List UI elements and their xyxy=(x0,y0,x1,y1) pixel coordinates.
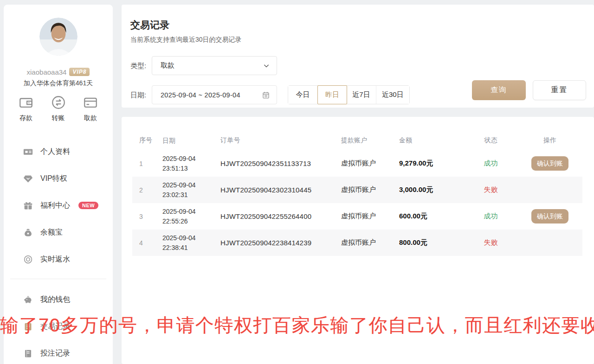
bank-card-icon xyxy=(83,95,98,110)
cell-amount: 9,279.00元 xyxy=(397,159,464,168)
cell-date-time: 23:51:13 xyxy=(162,164,218,173)
username: xiaobaoaa34 xyxy=(27,68,67,76)
type-select-value: 取款 xyxy=(161,61,263,70)
rebate-icon xyxy=(23,255,33,264)
table-row: 3 2025-09-04 22:55:26 HJWT20250904225526… xyxy=(132,203,582,230)
sidebar-item-yuebao[interactable]: 余额宝 xyxy=(4,219,113,246)
cell-amount: 800.00元 xyxy=(397,238,464,247)
confirm-arrival-button[interactable]: 确认到账 xyxy=(531,209,568,224)
deposit-button[interactable]: 存款 xyxy=(12,95,40,122)
wallet-icon xyxy=(18,95,34,110)
sidebar-item-transactions[interactable]: 交易记录 xyxy=(4,313,113,340)
avatar xyxy=(39,18,77,56)
range-30days-button[interactable]: 近30日 xyxy=(376,86,409,104)
sidebar-item-wallet[interactable]: 我的钱包 xyxy=(4,286,113,313)
cell-amount: 600.00元 xyxy=(397,212,464,221)
filter-card: 交易记录 当前系统支持查询最近30日的交易记录 类型: 取款 日期: 2025-… xyxy=(122,5,594,108)
sidebar-item-vip[interactable]: VIP特权 xyxy=(4,165,113,192)
quick-range-group: 今日 昨日 近7日 近30日 xyxy=(288,85,410,104)
cell-account: 虚拟币账户 xyxy=(339,159,397,168)
sidebar-item-label: 交易记录 xyxy=(40,322,70,332)
cell-account: 虚拟币账户 xyxy=(339,185,397,194)
col-header-date: 日期 xyxy=(160,136,218,145)
cell-date-day: 2025-09-04 xyxy=(162,207,218,216)
col-header-status: 状态 xyxy=(464,136,517,145)
table-row: 1 2025-09-04 23:51:13 HJWT20250904235113… xyxy=(132,150,582,177)
sidebar-item-label: 我的钱包 xyxy=(40,295,70,305)
join-days-text: 加入华体会体育第461天 xyxy=(4,79,113,88)
cell-index: 2 xyxy=(132,186,160,194)
col-header-amount: 金额 xyxy=(397,136,464,145)
chevron-down-icon xyxy=(263,62,270,70)
withdraw-button[interactable]: 取款 xyxy=(77,95,104,122)
col-header-account: 提款账户 xyxy=(339,136,397,145)
transactions-table: 序号 日期 订单号 提款账户 金额 状态 操作 1 2025-09-04 23:… xyxy=(132,131,582,256)
cell-date-day: 2025-09-04 xyxy=(162,233,218,243)
cell-date-time: 22:55:26 xyxy=(162,217,218,226)
range-today-button[interactable]: 今日 xyxy=(288,86,318,104)
vip-badge: VIP8 xyxy=(69,68,90,76)
date-range-value: 2025-09-04 ~ 2025-09-04 xyxy=(161,91,262,99)
id-card-icon xyxy=(23,147,33,157)
table-header-row: 序号 日期 订单号 提款账户 金额 状态 操作 xyxy=(132,131,582,150)
query-button[interactable]: 查询 xyxy=(472,80,526,100)
gem-icon xyxy=(23,174,33,184)
sidebar-item-label: 实时返水 xyxy=(40,255,70,264)
page-subtitle: 当前系统支持查询最近30日的交易记录 xyxy=(130,36,242,44)
sidebar-item-label: 福利中心 xyxy=(40,201,70,211)
betting-record-icon xyxy=(23,349,33,358)
sidebar-item-benefits[interactable]: 福利中心 NEW xyxy=(4,192,113,219)
piggy-bank-icon xyxy=(23,295,33,305)
cell-action: 确认到账 xyxy=(517,209,582,224)
range-yesterday-button[interactable]: 昨日 xyxy=(317,85,347,104)
status-text: 成功 xyxy=(484,159,498,167)
sidebar-menu-top: 个人资料 VIP特权 福利中心 NEW xyxy=(4,138,113,273)
date-range-input[interactable]: 2025-09-04 ~ 2025-09-04 xyxy=(152,85,277,104)
sidebar-item-betting-records[interactable]: 投注记录 xyxy=(4,340,113,364)
date-filter-label: 日期: xyxy=(130,91,146,100)
new-badge: NEW xyxy=(78,202,98,209)
cell-order-no: HJWT202509042302310445 xyxy=(218,186,339,194)
type-filter-label: 类型: xyxy=(130,62,146,70)
sidebar-item-rebate[interactable]: 实时返水 xyxy=(4,246,113,273)
transfer-button[interactable]: 转账 xyxy=(45,95,72,122)
range-7days-button[interactable]: 近7日 xyxy=(347,86,376,104)
transfer-label: 转账 xyxy=(52,114,65,122)
cell-date: 2025-09-04 22:38:41 xyxy=(160,233,218,252)
cell-index: 1 xyxy=(132,160,160,167)
quick-actions: 存款 转账 取款 xyxy=(12,95,104,122)
sidebar-divider xyxy=(10,279,106,279)
transfer-icon xyxy=(51,95,66,110)
cell-status: 失败 xyxy=(464,238,517,247)
reset-button[interactable]: 重置 xyxy=(533,80,586,100)
status-text: 成功 xyxy=(484,212,498,220)
sidebar-item-profile[interactable]: 个人资料 xyxy=(4,138,113,165)
sidebar: xiaobaoaa34 VIP8 加入华体会体育第461天 存款 转账 xyxy=(4,5,113,364)
user-row: xiaobaoaa34 VIP8 xyxy=(4,68,113,76)
sidebar-menu-bottom: 我的钱包 交易记录 投注记录 xyxy=(4,286,113,364)
withdraw-label: 取款 xyxy=(84,114,97,122)
cell-date-time: 23:02:31 xyxy=(162,190,218,199)
cell-amount: 3,000.00元 xyxy=(397,185,464,194)
sidebar-item-label: 个人资料 xyxy=(40,147,70,157)
cell-account: 虚拟币账户 xyxy=(339,238,397,247)
type-select[interactable]: 取款 xyxy=(152,56,277,75)
confirm-arrival-button[interactable]: 确认到账 xyxy=(531,156,568,171)
cell-order-no: HJWT202509042351133713 xyxy=(218,160,339,167)
transactions-table-card: 序号 日期 订单号 提款账户 金额 状态 操作 1 2025-09-04 23:… xyxy=(122,117,594,364)
cell-order-no: HJWT202509042238414239 xyxy=(218,239,339,247)
cell-date-time: 22:38:41 xyxy=(162,243,218,252)
sidebar-item-label: 余额宝 xyxy=(40,228,63,237)
page-title: 交易记录 xyxy=(130,19,169,32)
cell-account: 虚拟币账户 xyxy=(339,212,397,221)
status-text: 失败 xyxy=(484,185,498,193)
transaction-icon xyxy=(23,322,33,332)
col-header-order: 订单号 xyxy=(218,136,339,145)
sidebar-item-label: 投注记录 xyxy=(40,349,70,358)
cell-order-no: HJWT202509042255264400 xyxy=(218,212,339,220)
calendar-icon[interactable] xyxy=(262,91,270,99)
cell-index: 3 xyxy=(132,213,160,220)
cell-date: 2025-09-04 23:51:13 xyxy=(160,154,218,173)
gift-icon xyxy=(23,201,33,211)
cell-date-day: 2025-09-04 xyxy=(162,180,218,190)
